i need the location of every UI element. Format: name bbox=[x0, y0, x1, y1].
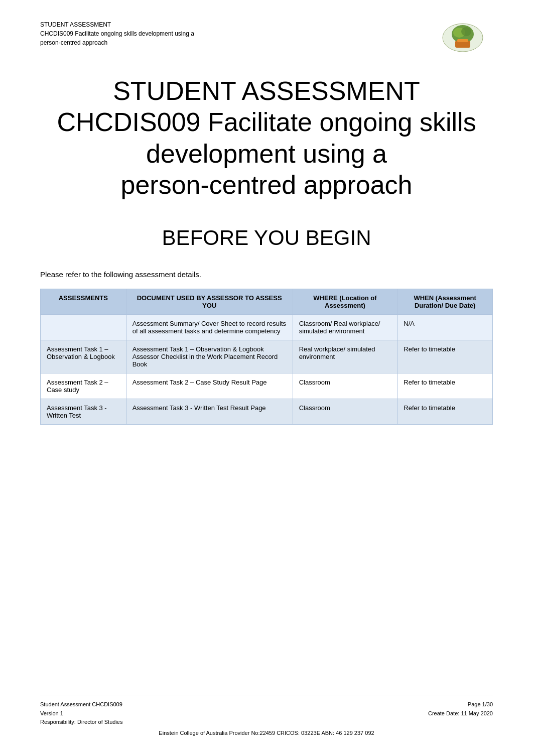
footer-center: Einstein College of Australia Provider N… bbox=[40, 730, 493, 736]
header-line1: STUDENT ASSESSMENT bbox=[40, 20, 194, 29]
cell-assessment: Assessment Task 2 – Case study bbox=[41, 373, 126, 399]
header-line2: CHCDIS009 Facilitate ongoing skills deve… bbox=[40, 29, 194, 38]
col-header-when: WHEN (Assessment Duration/ Due Date) bbox=[397, 289, 493, 314]
cell-assessment: Assessment Task 3 - Written Test bbox=[41, 399, 126, 424]
footer-right-line2: Create Date: 11 May 2020 bbox=[428, 709, 493, 718]
cell-document: Assessment Task 3 - Written Test Result … bbox=[126, 399, 293, 424]
cell-when: Refer to timetable bbox=[397, 373, 493, 399]
cell-document: Assessment Summary/ Cover Sheet to recor… bbox=[126, 314, 293, 340]
table-row: Assessment Task 2 – Case studyAssessment… bbox=[41, 373, 493, 399]
table-header-row: ASSESSMENTS DOCUMENT USED BY ASSESSOR TO… bbox=[41, 289, 493, 314]
cell-assessment bbox=[41, 314, 126, 340]
cell-where: Classroom/ Real workplace/ simulated env… bbox=[293, 314, 397, 340]
cell-document: Assessment Task 1 – Observation & Logboo… bbox=[126, 340, 293, 373]
cell-document: Assessment Task 2 – Case Study Result Pa… bbox=[126, 373, 293, 399]
table-row: Assessment Task 3 - Written TestAssessme… bbox=[41, 399, 493, 424]
cell-when: Refer to timetable bbox=[397, 340, 493, 373]
main-title: STUDENT ASSESSMENT CHCDIS009 Facilitate … bbox=[40, 75, 493, 201]
table-row: Assessment Summary/ Cover Sheet to recor… bbox=[41, 314, 493, 340]
cell-when: N/A bbox=[397, 314, 493, 340]
cell-where: Classroom bbox=[293, 373, 397, 399]
col-header-assessments: ASSESSMENTS bbox=[41, 289, 126, 314]
col-header-document: DOCUMENT USED BY ASSESSOR TO ASSESS YOU bbox=[126, 289, 293, 314]
cell-where: Classroom bbox=[293, 399, 397, 424]
page-footer: Student Assessment CHCDIS009 Version 1 R… bbox=[40, 695, 493, 736]
page-header: STUDENT ASSESSMENT CHCDIS009 Facilitate … bbox=[40, 20, 493, 55]
col-header-where: WHERE (Location of Assessment) bbox=[293, 289, 397, 314]
header-line3: person-centred approach bbox=[40, 38, 194, 47]
footer-right-line1: Page 1/30 bbox=[428, 700, 493, 709]
svg-rect-5 bbox=[457, 39, 468, 42]
footer-left-line2: Version 1 bbox=[40, 709, 122, 718]
intro-text: Please refer to the following assessment… bbox=[40, 270, 493, 279]
logo-icon bbox=[440, 22, 485, 54]
footer-left-line1: Student Assessment CHCDIS009 bbox=[40, 700, 122, 709]
cell-when: Refer to timetable bbox=[397, 399, 493, 424]
assessment-table: ASSESSMENTS DOCUMENT USED BY ASSESSOR TO… bbox=[40, 289, 493, 425]
footer-left: Student Assessment CHCDIS009 Version 1 R… bbox=[40, 700, 122, 727]
table-row: Assessment Task 1 – Observation & Logboo… bbox=[41, 340, 493, 373]
footer-left-line3: Responsibility: Director of Studies bbox=[40, 718, 122, 727]
footer-right: Page 1/30 Create Date: 11 May 2020 bbox=[428, 700, 493, 727]
cell-assessment: Assessment Task 1 – Observation & Logboo… bbox=[41, 340, 126, 373]
logo bbox=[433, 20, 493, 55]
footer-inner: Student Assessment CHCDIS009 Version 1 R… bbox=[40, 700, 493, 727]
section-heading: BEFORE YOU BEGIN bbox=[40, 226, 493, 250]
cell-where: Real workplace/ simulated environment bbox=[293, 340, 397, 373]
svg-point-3 bbox=[461, 27, 471, 36]
title-section: STUDENT ASSESSMENT CHCDIS009 Facilitate … bbox=[40, 75, 493, 201]
page: STUDENT ASSESSMENT CHCDIS009 Facilitate … bbox=[0, 0, 533, 756]
header-text-block: STUDENT ASSESSMENT CHCDIS009 Facilitate … bbox=[40, 20, 194, 47]
